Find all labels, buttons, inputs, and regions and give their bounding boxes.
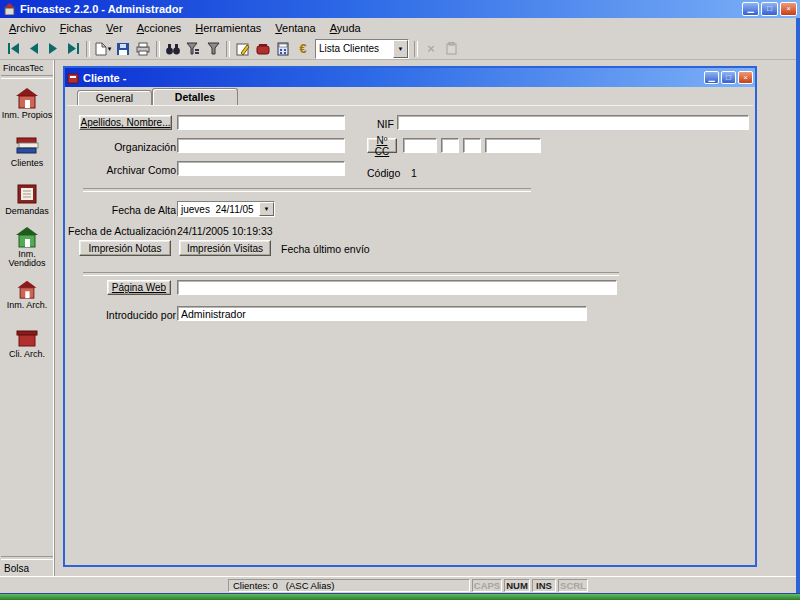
impresion-notas-button[interactable]: Impresión Notas — [79, 240, 171, 256]
sidebar-item-inm-vendidos[interactable]: Inm. Vendidos — [0, 223, 54, 271]
ncc-input-2[interactable] — [441, 138, 459, 153]
ncc-input-3[interactable] — [463, 138, 481, 153]
cliente-form: General Detalles Apellidos, Nombre... NI… — [65, 87, 755, 565]
first-record-button[interactable] — [3, 39, 23, 59]
filter-button[interactable] — [203, 39, 223, 59]
cliente-close-button[interactable]: × — [738, 71, 753, 84]
sidebar-item-label: Inm. Arch. — [7, 301, 48, 310]
binoculars-icon — [165, 43, 181, 55]
red-house-icon — [14, 87, 40, 109]
tab-general[interactable]: General — [77, 90, 152, 105]
menu-herramientas[interactable]: Herramientas — [188, 20, 268, 36]
menu-ayuda[interactable]: Ayuda — [323, 20, 368, 36]
fecha-alta-label: Fecha de Alta — [112, 204, 176, 216]
menu-ver[interactable]: Ver — [99, 20, 130, 36]
sidebar-header: FincasTec — [0, 60, 54, 75]
organizacion-label: Organización — [114, 141, 176, 153]
calculator-icon — [277, 42, 289, 56]
cliente-title-bar[interactable]: Cliente - ▁ □ × — [65, 68, 755, 87]
sidebar-item-cli-arch[interactable]: Cli. Arch. — [0, 319, 54, 367]
sidebar-item-demandas[interactable]: Demandas — [0, 175, 54, 223]
save-icon — [116, 42, 130, 56]
edit-form-button[interactable] — [233, 39, 253, 59]
new-record-icon — [95, 42, 107, 56]
introducido-por-input[interactable] — [177, 306, 587, 321]
cliente-minimize-button[interactable]: ▁ — [704, 71, 719, 84]
sidebar-item-label: Cli. Arch. — [9, 350, 45, 359]
cliente-maximize-button[interactable]: □ — [721, 71, 736, 84]
sidebar-item-label: Demandas — [5, 207, 49, 216]
tab-baseline — [67, 105, 753, 106]
application-window: Fincastec 2.2.0 - Administrador ▁ □ × Ar… — [0, 0, 800, 600]
codigo-label: Código — [367, 167, 400, 179]
organizacion-input[interactable] — [177, 138, 345, 153]
previous-record-button[interactable] — [23, 39, 43, 59]
impresion-visitas-button[interactable]: Impresión Visitas — [179, 240, 271, 256]
apellidos-nombre-button[interactable]: Apellidos, Nombre... — [79, 115, 172, 130]
ncc-button[interactable]: Nº CC — [367, 138, 397, 153]
nif-input[interactable] — [397, 115, 749, 130]
edit-form-icon — [236, 42, 250, 56]
clipboard-icon — [446, 42, 457, 55]
archivar-como-input[interactable] — [177, 161, 345, 176]
print-button[interactable] — [133, 39, 153, 59]
sidebar-footer-label[interactable]: Bolsa — [0, 560, 54, 574]
toolbar-separator — [414, 41, 418, 57]
archivar-como-label: Archivar Como — [107, 164, 176, 176]
books-icon — [15, 135, 39, 157]
menu-fichas[interactable]: Fichas — [53, 20, 99, 36]
sidebar-item-label: Inm. Vendidos — [0, 250, 54, 268]
pagina-web-button[interactable]: Página Web — [107, 280, 171, 295]
tab-detalles[interactable]: Detalles — [152, 88, 238, 105]
first-record-icon — [7, 43, 20, 54]
pagina-web-input[interactable] — [177, 280, 617, 295]
filter-icon — [207, 42, 220, 55]
menu-ventana[interactable]: Ventana — [268, 20, 322, 36]
new-record-button[interactable]: ▾ — [93, 39, 113, 59]
fecha-actualizacion-label: Fecha de Actualización — [68, 225, 176, 237]
window-border — [796, 18, 800, 593]
sidebar-item-inm-propios[interactable]: Inm. Propios — [0, 79, 54, 127]
ncc-input-4[interactable] — [485, 138, 541, 153]
record-list-combo[interactable]: Lista Clientes ▼ — [315, 39, 409, 59]
taskbar[interactable] — [0, 593, 800, 600]
ncc-input-1[interactable] — [403, 138, 437, 153]
last-record-button[interactable] — [63, 39, 83, 59]
apellidos-input[interactable] — [177, 115, 345, 130]
dropdown-arrow-icon[interactable]: ▼ — [393, 40, 408, 58]
delete-icon: × — [427, 41, 435, 56]
next-record-button[interactable] — [43, 39, 63, 59]
introducido-por-label: Introducido por — [106, 309, 176, 321]
calculator-button[interactable] — [273, 39, 293, 59]
red-box-icon — [16, 328, 38, 348]
dropdown-arrow-icon[interactable]: ▼ — [259, 202, 274, 216]
menu-archivo[interactable]: Archivo — [2, 20, 53, 36]
new-record-dropdown-icon[interactable]: ▾ — [108, 45, 112, 52]
contacts-button[interactable] — [253, 39, 273, 59]
status-num: NUM — [504, 579, 530, 592]
record-list-combo-value: Lista Clientes — [316, 43, 393, 54]
menu-acciones[interactable]: Acciones — [130, 20, 189, 36]
cliente-window-title: Cliente - — [83, 72, 126, 84]
euro-icon: € — [299, 41, 306, 56]
save-button[interactable] — [113, 39, 133, 59]
euro-button[interactable]: € — [293, 39, 313, 59]
print-icon — [135, 42, 151, 56]
sidebar-item-inm-arch[interactable]: Inm. Arch. — [0, 271, 54, 319]
find-button[interactable] — [163, 39, 183, 59]
title-bar[interactable]: Fincastec 2.2.0 - Administrador ▁ □ × — [0, 0, 800, 18]
toolbar: ▾ € Lista Clientes — [0, 38, 796, 60]
next-record-icon — [48, 43, 59, 54]
filter-by-form-button[interactable] — [183, 39, 203, 59]
section-divider — [83, 272, 619, 276]
close-button[interactable]: × — [780, 2, 797, 16]
maximize-button[interactable]: □ — [761, 2, 778, 16]
sidebar-item-clientes[interactable]: Clientes — [0, 127, 54, 175]
ledger-icon — [15, 183, 39, 205]
status-message: Clientes: 0 (ASC Alias) — [228, 579, 470, 592]
fecha-ultimo-envio-label: Fecha último envío — [281, 243, 370, 255]
mdi-area: Cliente - ▁ □ × General Detalles Apellid… — [55, 60, 796, 576]
sidebar-item-label: Inm. Propios — [2, 111, 53, 120]
fecha-alta-combo[interactable]: jueves 24/11/05 ▼ — [177, 201, 275, 217]
minimize-button[interactable]: ▁ — [742, 2, 759, 16]
